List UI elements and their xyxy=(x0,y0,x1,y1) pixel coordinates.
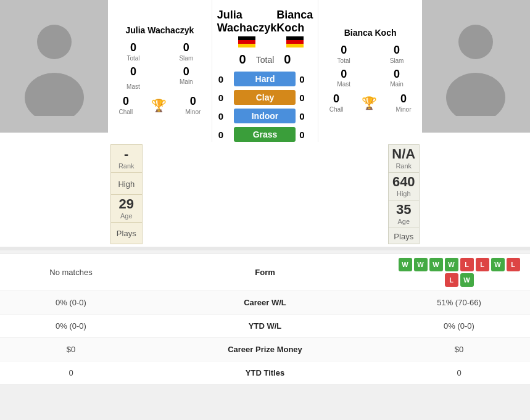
grass-score-left: 0 xyxy=(218,130,231,140)
court-grass-row: 0 Grass 0 xyxy=(218,127,312,142)
right-photo-spacer xyxy=(422,142,530,247)
form-badge-w: W xyxy=(460,273,474,287)
left-player-detail: Julia Wachaczyk 0 Total 0 Slam 0 Mast 0 … xyxy=(108,0,212,142)
total-row: 0 Total 0 xyxy=(239,52,291,67)
secondary-stats-row: - Rank High 29 Age Plays N/A Rank xyxy=(0,142,530,247)
right-stat-minor: 0 Minor xyxy=(395,93,411,113)
career-wl-right: 51% (70-66) xyxy=(388,294,530,311)
form-badge-w: W xyxy=(429,258,443,271)
left-high-box: High xyxy=(111,173,142,195)
svg-point-2 xyxy=(458,25,493,59)
page: Julia Wachaczyk 0 Total 0 Slam 0 Mast 0 … xyxy=(0,0,530,385)
clay-score-right: 0 xyxy=(299,93,312,103)
form-badge-w: W xyxy=(445,258,458,271)
left-stat-total: 0 Total xyxy=(113,41,154,62)
titles-left: 0 xyxy=(0,364,142,381)
right-stat-total: 0 Total xyxy=(323,44,364,64)
left-name-flag: Julia Wachaczyk xyxy=(217,9,276,47)
left-flag xyxy=(238,36,255,47)
prize-label: Career Prize Money xyxy=(142,345,388,354)
indoor-score-left: 0 xyxy=(218,111,231,121)
stats-table: No matches Form WWWWLLWLLW 0% (0-0) Care… xyxy=(0,253,530,385)
right-name-flag: Bianca Koch xyxy=(276,9,313,47)
indoor-button[interactable]: Indoor xyxy=(234,109,296,123)
table-row-titles: 0 YTD Titles 0 xyxy=(0,361,530,385)
ytd-wl-right: 0% (0-0) xyxy=(388,318,530,334)
right-detail-spacer xyxy=(265,142,386,247)
form-badges: WWWWLLWLLW xyxy=(392,258,526,287)
hard-score-right: 0 xyxy=(299,74,312,84)
left-stat-panel: - Rank High 29 Age Plays xyxy=(110,144,143,244)
left-age-box: 29 Age xyxy=(111,195,142,223)
player-comparison-row: Julia Wachaczyk 0 Total 0 Slam 0 Mast 0 … xyxy=(0,0,530,142)
svg-point-3 xyxy=(446,73,505,116)
form-label: Form xyxy=(142,268,388,277)
titles-right: 0 xyxy=(388,364,530,381)
form-right: WWWWLLWLLW xyxy=(388,254,530,290)
career-wl-label: Career W/L xyxy=(142,298,388,307)
svg-point-0 xyxy=(37,25,72,59)
right-player-detail: Bianca Koch 0 Total 0 Slam 0 Mast 0 Main xyxy=(318,0,422,142)
right-rank-box: N/A Rank xyxy=(389,145,420,173)
ytd-wl-left: 0% (0-0) xyxy=(0,318,142,334)
total-score-right: 0 xyxy=(284,52,291,67)
left-stat-mast: 0 Mast xyxy=(113,65,154,91)
form-badge-l: L xyxy=(445,273,458,287)
left-avatar-silhouette xyxy=(17,17,91,116)
section-divider xyxy=(0,247,530,250)
table-row-prize: $0 Career Prize Money $0 xyxy=(0,338,530,361)
indoor-score-right: 0 xyxy=(299,111,312,121)
right-stat-main: 0 Main xyxy=(376,68,417,88)
table-row-form: No matches Form WWWWLLWLLW xyxy=(0,254,530,291)
form-badge-l: L xyxy=(476,258,489,271)
right-high-box: 640 High xyxy=(389,173,420,200)
court-indoor-row: 0 Indoor 0 xyxy=(218,109,312,123)
prize-right: $0 xyxy=(388,341,530,358)
right-trophy-row: 0 Chall 🏆 0 Minor xyxy=(329,91,412,114)
left-stat-main: 0 Main xyxy=(166,65,207,91)
left-detail-spacer xyxy=(145,142,265,247)
form-badge-l: L xyxy=(507,258,520,271)
left-trophy-icon: 🏆 xyxy=(151,98,167,113)
left-name-header: Julia Wachaczyk xyxy=(217,9,276,35)
right-stat-mast: 0 Mast xyxy=(323,68,364,88)
form-badge-w: W xyxy=(414,258,428,271)
right-flag xyxy=(286,36,304,47)
right-stat-slam: 0 Slam xyxy=(376,44,417,64)
table-row-career-wl: 0% (0-0) Career W/L 51% (70-66) xyxy=(0,291,530,315)
ytd-wl-label: YTD W/L xyxy=(142,321,388,331)
clay-score-left: 0 xyxy=(218,93,231,103)
svg-point-1 xyxy=(25,73,84,116)
right-stat-panel: N/A Rank 640 High 35 Age Plays xyxy=(388,144,420,244)
form-left: No matches xyxy=(0,264,142,281)
titles-label: YTD Titles xyxy=(142,368,388,377)
form-badge-l: L xyxy=(460,258,474,271)
form-badge-w: W xyxy=(399,258,412,271)
clay-button[interactable]: Clay xyxy=(234,90,296,105)
right-age-box: 35 Age xyxy=(389,200,420,228)
career-wl-left: 0% (0-0) xyxy=(0,294,142,311)
total-score-left: 0 xyxy=(239,52,246,67)
right-avatar-silhouette xyxy=(439,17,513,116)
right-plays-box: Plays xyxy=(389,228,420,244)
court-clay-row: 0 Clay 0 xyxy=(218,90,312,105)
right-player-name: Bianca Koch xyxy=(344,28,397,38)
left-stat-chall: 0 Chall xyxy=(118,95,133,115)
hard-score-left: 0 xyxy=(218,74,231,84)
hard-button[interactable]: Hard xyxy=(234,72,296,86)
right-name-header: Bianca Koch xyxy=(276,9,313,35)
center-info-panel: Julia Wachaczyk Bianca Koch xyxy=(212,0,318,142)
right-player-photo xyxy=(422,0,530,133)
right-stat-chall: 0 Chall xyxy=(329,93,344,113)
left-stat-slam: 0 Slam xyxy=(166,41,207,62)
grass-button[interactable]: Grass xyxy=(234,127,296,142)
left-player-name: Julia Wachaczyk xyxy=(126,25,194,35)
table-row-ytd-wl: 0% (0-0) YTD W/L 0% (0-0) xyxy=(0,315,530,338)
left-photo-spacer xyxy=(0,142,108,247)
court-rows: 0 Hard 0 0 Clay 0 0 Indoor 0 xyxy=(212,72,318,142)
left-player-photo xyxy=(0,0,108,133)
total-label: Total xyxy=(256,55,275,65)
grass-score-right: 0 xyxy=(299,130,312,140)
left-rank-box: - Rank xyxy=(111,145,142,173)
court-hard-row: 0 Hard 0 xyxy=(218,72,312,86)
